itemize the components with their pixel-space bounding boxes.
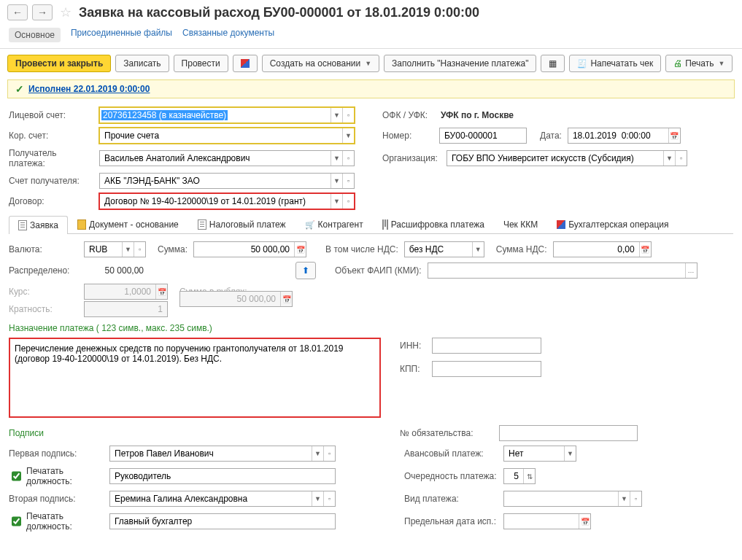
payee-dropdown[interactable]: ▼ [331,151,342,166]
payee-account-input[interactable] [100,174,331,188]
page-title: Заявка на кассовый расход БУ00-000001 от… [79,5,479,20]
priority-input[interactable] [504,469,523,483]
org-dropdown[interactable]: ▼ [663,151,675,166]
second-sign-input[interactable] [110,491,312,506]
print-position1-label: Печатать должность: [26,466,104,486]
subtab-counterparty[interactable]: Контрагент [295,215,373,233]
contract-label: Договор: [9,196,93,206]
print-check-button[interactable]: Напечатать чек [569,55,661,72]
print-position2-input[interactable] [110,514,335,529]
save-button[interactable]: Записать [115,55,169,72]
first-sign-dropdown[interactable]: ▼ [312,446,323,461]
faip-input[interactable] [428,263,685,278]
nav-forward-button[interactable]: → [32,4,53,20]
currency-dropdown[interactable]: ▼ [122,242,134,257]
subtab-basis-document[interactable]: Документ - основание [68,215,188,233]
payee-open[interactable]: ▫ [342,151,354,166]
advance-input[interactable] [504,446,564,461]
personal-account-label: Лицевой счет: [9,110,93,120]
kpp-input[interactable] [433,362,541,376]
subtab-payment-decode[interactable]: Расшифровка платежа [373,215,494,233]
personal-account-dropdown[interactable]: ▼ [331,108,342,122]
corr-account-label: Кор. счет: [9,131,93,141]
print-position1-input[interactable] [110,469,335,483]
advance-dropdown[interactable]: ▼ [564,446,576,461]
contract-dropdown[interactable]: ▼ [331,194,342,209]
create-from-button[interactable]: Создать на основании▼ [262,55,379,72]
currency-open[interactable]: ▫ [134,242,145,257]
print-icon [673,58,682,69]
print-position2-checkbox[interactable] [12,516,21,526]
tab-related-docs[interactable]: Связанные документы [182,28,274,42]
payee-account-open[interactable]: ▫ [342,174,354,188]
number-label: Номер: [382,131,433,141]
vat-input[interactable] [405,242,472,257]
favorite-star-icon[interactable]: ☆ [60,4,72,20]
contract-input[interactable] [100,194,331,209]
document-icon [77,219,86,230]
sum-input[interactable] [194,242,294,257]
nav-back-button[interactable]: ← [7,4,28,20]
vat-sum-calc-button[interactable] [639,242,651,257]
payment-type-input[interactable] [504,491,618,506]
vat-label: В том числе НДС: [325,244,398,254]
post-and-close-button[interactable]: Провести и закрыть [7,55,111,72]
org-open[interactable]: ▫ [675,151,687,166]
org-input[interactable] [447,151,663,166]
print-position1-checkbox[interactable] [12,471,21,481]
tax-icon [198,219,206,230]
post-button[interactable]: Провести [174,55,228,72]
tab-main[interactable]: Основное [9,28,61,42]
debit-credit-button[interactable] [233,55,258,72]
org-label: Организация: [382,153,441,163]
payee-input[interactable] [100,151,331,166]
payment-type-open[interactable]: ▫ [630,491,641,506]
inn-input[interactable] [433,338,541,353]
personal-account-open[interactable]: ▫ [342,108,354,122]
currency-label: Валюта: [9,244,78,254]
rate-label: Курс: [9,287,78,297]
corr-account-dropdown[interactable]: ▼ [342,128,354,143]
structure-button[interactable] [541,55,565,72]
print-button[interactable]: Печать▼ [665,55,733,72]
corr-account-input[interactable] [100,128,342,143]
currency-input[interactable] [85,242,122,257]
status-link[interactable]: Исполнен 22.01.2019 0:00:00 [28,84,150,94]
deadline-input[interactable] [504,514,579,529]
purpose-textarea[interactable]: Перечисление денежных средств по поручен… [9,338,381,418]
accounting-icon [557,220,565,229]
first-sign-open[interactable]: ▫ [323,446,335,461]
second-sign-label: Вторая подпись: [9,494,104,504]
tab-attached-files[interactable]: Присоединенные файлы [71,28,172,42]
deadline-calendar-button[interactable] [579,514,590,529]
date-label: Дата: [540,131,562,141]
sum-calc-button[interactable] [294,242,306,257]
number-input[interactable] [440,128,526,143]
distributed-label: Распределено: [9,265,78,276]
up-arrow-button[interactable]: ⬆ [295,262,316,279]
subtab-kkm-check[interactable]: Чек ККМ [494,215,547,233]
vat-dropdown[interactable]: ▼ [472,242,484,257]
priority-spinner[interactable] [523,469,535,483]
payment-type-label: Вид платежа: [404,494,498,504]
faip-select-button[interactable] [685,263,697,278]
status-check-icon [15,83,24,95]
subtab-accounting-op[interactable]: Бухгалтерская операция [547,215,678,233]
contract-open[interactable]: ▫ [342,194,354,209]
subtab-tax-payment[interactable]: Налоговый платеж [188,215,295,233]
second-sign-open[interactable]: ▫ [323,491,335,506]
payee-account-dropdown[interactable]: ▼ [331,174,342,188]
second-sign-dropdown[interactable]: ▼ [312,491,323,506]
fill-purpose-button[interactable]: Заполнить "Назначение платежа" [384,55,536,72]
deadline-label: Предельная дата исп.: [404,516,498,526]
date-input[interactable] [568,128,668,143]
first-sign-input[interactable] [110,446,312,461]
obligation-input[interactable] [500,426,637,440]
subtab-application[interactable]: Заявка [9,216,68,234]
payment-type-dropdown[interactable]: ▼ [618,491,630,506]
date-calendar-button[interactable] [668,128,680,143]
vat-sum-input[interactable] [554,242,639,257]
personal-account-input[interactable]: 20736123458 (в казначействе) [101,110,228,120]
form-icon [18,220,27,230]
payee-label: Получатель платежа: [9,148,93,168]
